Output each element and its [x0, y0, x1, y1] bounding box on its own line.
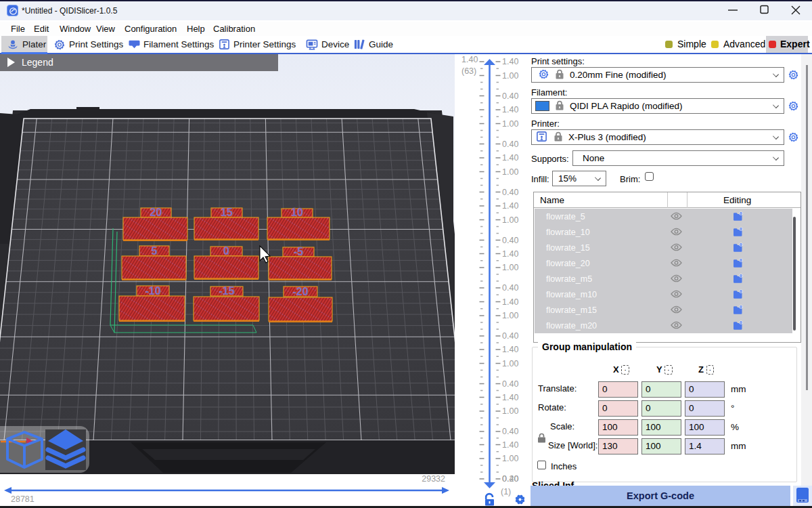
- svg-text:15: 15: [221, 207, 233, 218]
- svg-text:0.40: 0.40: [502, 140, 518, 149]
- svg-text:1.40: 1.40: [502, 393, 518, 402]
- svg-text:-5: -5: [294, 246, 303, 257]
- svg-text:(63): (63): [461, 66, 476, 76]
- svg-text:1.00: 1.00: [502, 311, 518, 320]
- svg-text:0.40: 0.40: [502, 91, 518, 101]
- svg-text:1.40: 1.40: [502, 297, 518, 307]
- svg-text:0.40: 0.40: [502, 188, 518, 197]
- svg-text:20: 20: [150, 207, 162, 218]
- svg-text:1.00: 1.00: [502, 454, 518, 463]
- svg-text:1.40: 1.40: [502, 345, 518, 354]
- svg-text:0: 0: [223, 245, 229, 257]
- svg-text:1.00: 1.00: [502, 263, 518, 272]
- svg-text:1.40: 1.40: [461, 55, 478, 64]
- svg-text:1.40: 1.40: [502, 201, 518, 211]
- svg-text:1.00: 1.00: [502, 71, 518, 81]
- svg-text:1.00: 1.00: [502, 406, 518, 416]
- svg-text:1.40: 1.40: [502, 249, 518, 259]
- svg-text:0.40: 0.40: [502, 283, 518, 293]
- svg-text:-20: -20: [292, 286, 308, 297]
- svg-text:-10: -10: [145, 285, 160, 297]
- svg-text:1.00: 1.00: [502, 119, 518, 129]
- svg-text:1.00: 1.00: [502, 167, 518, 177]
- svg-text:10: 10: [291, 207, 303, 218]
- svg-text:0.40: 0.40: [502, 427, 518, 436]
- svg-text:0.40: 0.40: [502, 236, 518, 245]
- svg-text:1.00: 1.00: [502, 359, 518, 368]
- svg-text:(1): (1): [501, 487, 511, 496]
- svg-text:1.00: 1.00: [502, 215, 518, 225]
- svg-text:-15: -15: [219, 285, 234, 297]
- svg-text:1.40: 1.40: [502, 105, 518, 114]
- svg-text:1.40: 1.40: [502, 440, 518, 450]
- svg-text:5: 5: [152, 245, 158, 257]
- svg-text:0.20: 0.20: [502, 474, 518, 484]
- svg-text:1.40: 1.40: [502, 153, 518, 163]
- svg-text:1.40: 1.40: [502, 57, 518, 66]
- svg-text:0.40: 0.40: [502, 331, 518, 341]
- svg-text:0.40: 0.40: [502, 379, 518, 389]
